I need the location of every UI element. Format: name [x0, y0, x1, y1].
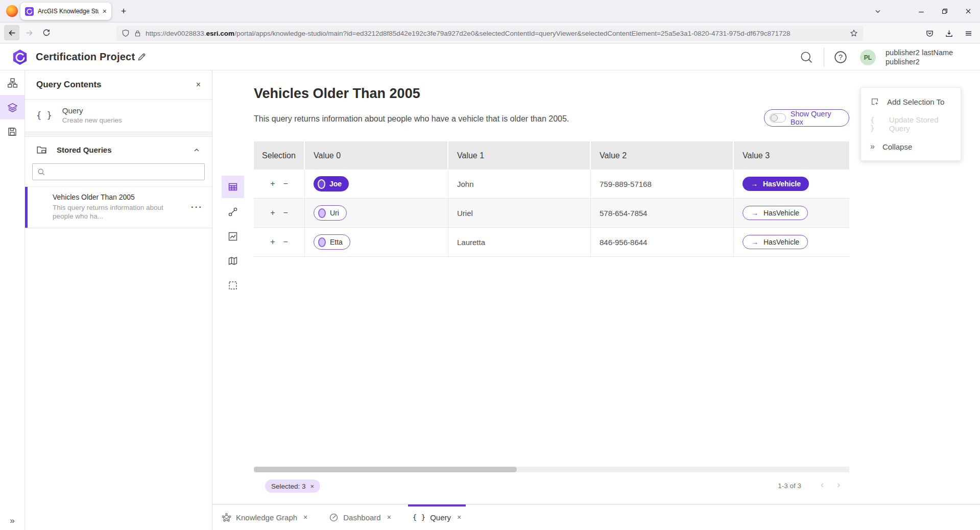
section-divider: [25, 132, 212, 137]
tab-close-icon[interactable]: ×: [303, 513, 307, 521]
firefox-icon[interactable]: [6, 5, 18, 17]
chevron-up-icon[interactable]: [193, 146, 201, 154]
selected-count-chip[interactable]: Selected: 3 ×: [265, 479, 320, 493]
clear-selection-icon[interactable]: ×: [310, 483, 315, 490]
scrollbar-thumb[interactable]: [254, 467, 517, 472]
page-title: Certification Project: [36, 51, 135, 63]
bookmark-star-icon[interactable]: [850, 29, 858, 37]
expand-rail-icon[interactable]: »: [0, 516, 25, 526]
selection-box-icon: [228, 280, 238, 291]
menu-item-add-selection-to[interactable]: Add Selection To: [861, 90, 961, 113]
table-icon: [228, 182, 238, 192]
entity-label: Joe: [329, 180, 342, 188]
entity-pill[interactable]: Etta: [314, 234, 350, 250]
select-tool-button[interactable]: [228, 280, 238, 291]
url-bar[interactable]: https://dev0028833.esri.com/portal/apps/…: [116, 26, 863, 41]
query-braces-icon: { }: [36, 110, 52, 121]
menu-item-label: Update Stored Query: [889, 115, 951, 133]
contents-layers-icon[interactable]: [0, 95, 25, 119]
tab-label: Dashboard: [343, 513, 380, 522]
pagination-next-icon[interactable]: ›: [837, 479, 840, 490]
window-minimize-button[interactable]: [910, 0, 933, 22]
remove-selection-button[interactable]: −: [283, 179, 288, 188]
edit-title-pencil-icon[interactable]: [137, 52, 147, 62]
remove-selection-button[interactable]: −: [283, 237, 288, 247]
entity-pill[interactable]: Joe: [314, 176, 349, 191]
new-query-item[interactable]: { } Query Create new queries: [25, 100, 212, 132]
stored-queries-header[interactable]: Stored Queries: [25, 137, 212, 163]
folder-icon: [36, 144, 47, 155]
save-to-pocket-icon[interactable]: [922, 26, 937, 41]
column-header-value0: Value 0: [305, 141, 448, 170]
entity-label: Uri: [330, 209, 339, 217]
window-restore-button[interactable]: [933, 0, 957, 22]
link-chart-view-button[interactable]: [228, 207, 238, 217]
add-selection-button[interactable]: +: [270, 179, 275, 188]
relationship-label: HasVehicle: [763, 209, 799, 217]
tab-knowledge-graph[interactable]: Knowledge Graph ×: [214, 504, 315, 530]
new-tab-button[interactable]: +: [116, 4, 131, 18]
pagination-label: 1-3 of 3: [778, 482, 801, 490]
query-title: Vehicles Older Than 2005: [254, 86, 420, 102]
search-icon[interactable]: [800, 51, 813, 64]
save-page-icon[interactable]: [941, 26, 957, 41]
stored-queries-searchbox[interactable]: [32, 163, 205, 180]
collapse-chevrons-icon: »: [870, 142, 875, 151]
toggle-switch[interactable]: [770, 113, 786, 123]
panel-close-icon[interactable]: ×: [196, 80, 201, 89]
stored-query-item[interactable]: Vehicles Older Than 2005 This query retu…: [25, 186, 212, 228]
table-view-button[interactable]: [222, 176, 244, 198]
value2-cell: 846-956-8644: [600, 238, 647, 247]
stored-query-overflow-icon[interactable]: ···: [191, 193, 203, 221]
reload-button[interactable]: [39, 25, 54, 40]
dashboard-gauge-icon: [329, 513, 339, 522]
column-header-value2: Value 2: [591, 141, 734, 170]
entity-pill[interactable]: Uri: [314, 205, 347, 221]
relationship-pill[interactable]: → HasVehicle: [743, 235, 808, 249]
tab-close-icon[interactable]: ×: [103, 8, 107, 15]
tab-close-icon[interactable]: ×: [457, 513, 461, 521]
table-row: + − Uri Uriel 578-654-7854 → HasVehicle: [254, 199, 849, 228]
show-query-box-toggle[interactable]: Show Query Box: [764, 109, 849, 127]
stored-query-doc-icon: [35, 193, 45, 203]
tab-list-chevron-icon[interactable]: [868, 0, 888, 22]
remove-selection-button[interactable]: −: [283, 208, 288, 218]
query-contents-panel: Query Contents × { } Query Create new qu…: [25, 70, 212, 530]
map-view-button[interactable]: [228, 256, 238, 266]
browser-tab[interactable]: ArcGIS Knowledge Studio ×: [20, 3, 111, 20]
knowledge-studio-logo: [11, 49, 29, 66]
add-selection-button[interactable]: +: [270, 237, 275, 247]
pagination-prev-icon[interactable]: ‹: [821, 479, 824, 490]
relationship-pill[interactable]: → HasVehicle: [743, 177, 809, 191]
map-icon: [228, 256, 238, 266]
relationship-pill[interactable]: → HasVehicle: [743, 206, 808, 220]
back-button[interactable]: [4, 25, 19, 40]
tab-close-icon[interactable]: ×: [387, 513, 391, 521]
save-icon[interactable]: [0, 119, 25, 144]
chart-view-button[interactable]: [228, 231, 238, 242]
forward-button[interactable]: [21, 25, 37, 40]
column-header-selection: Selection: [254, 141, 305, 170]
tab-title: ArcGIS Knowledge Studio: [38, 8, 99, 15]
browser-navbar: https://dev0028833.esri.com/portal/apps/…: [0, 22, 980, 43]
stored-queries-title: Stored Queries: [57, 146, 183, 154]
help-icon[interactable]: ?: [834, 51, 847, 64]
user-avatar[interactable]: PL: [860, 50, 876, 65]
window-close-button[interactable]: [957, 0, 980, 22]
tracking-shield-icon[interactable]: [122, 29, 130, 37]
menu-hamburger-icon[interactable]: [961, 26, 976, 41]
toggle-knob: [771, 114, 778, 122]
lock-icon[interactable]: [134, 30, 141, 37]
user-name[interactable]: publisher2 lastName publisher2: [886, 48, 953, 66]
menu-item-collapse[interactable]: » Collapse: [861, 135, 961, 158]
data-model-icon[interactable]: [0, 70, 25, 95]
tab-dashboard[interactable]: Dashboard ×: [321, 504, 399, 530]
stored-queries-search-input[interactable]: [49, 168, 200, 176]
query-braces-icon: { }: [870, 116, 881, 132]
tab-query[interactable]: { } Query ×: [405, 504, 469, 530]
tab-favicon-knowledge-studio-icon: [25, 7, 34, 16]
horizontal-scrollbar[interactable]: [254, 467, 849, 472]
add-selection-button[interactable]: +: [270, 208, 275, 218]
value2-cell: 759-889-57168: [600, 180, 652, 188]
column-header-value3: Value 3: [734, 141, 849, 170]
